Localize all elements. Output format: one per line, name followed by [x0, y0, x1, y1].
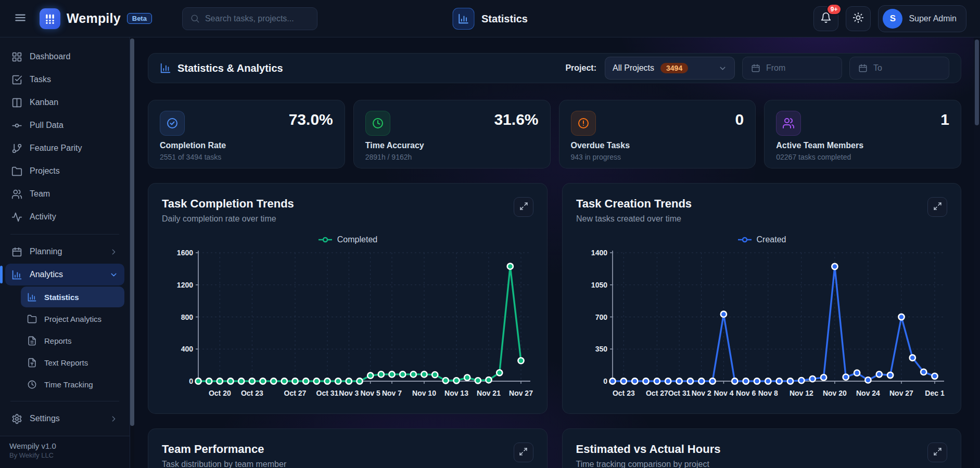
app-version: Wempily v1.0: [9, 441, 120, 450]
sidebar-item-label: Activity: [30, 212, 118, 222]
notifications-button[interactable]: 9+: [813, 6, 838, 31]
chart-svg: 035070010501400Oct 23Oct 27Oct 31Nov 2No…: [576, 246, 947, 400]
search-icon: [190, 14, 200, 23]
chart-header: Team PerformanceTask distribution by tea…: [162, 443, 533, 468]
page-scrollbar[interactable]: [974, 37, 980, 468]
expand-chart-button[interactable]: [514, 197, 533, 217]
svg-text:Nov 21: Nov 21: [477, 389, 501, 397]
expand-chart-button[interactable]: [927, 443, 947, 462]
sidebar-subitem-time-tracking[interactable]: Time Tracking: [21, 374, 124, 395]
chart-header: Task Creation TrendsNew tasks created ov…: [576, 197, 947, 224]
stat-subtext: 2891h / 9162h: [365, 153, 539, 161]
stat-label: Active Team Members: [776, 141, 949, 150]
calendar-icon: [751, 63, 760, 73]
sidebar-item-label: Feature Parity: [30, 144, 118, 153]
project-select[interactable]: All Projects 3494: [605, 57, 735, 80]
sidebar-item-dashboard[interactable]: Dashboard: [5, 46, 124, 68]
page-title: Statistics: [481, 13, 528, 25]
expand-chart-button[interactable]: [927, 197, 947, 217]
sidebar-item-team[interactable]: Team: [5, 183, 124, 205]
bottom-cards-row: Team PerformanceTask distribution by tea…: [148, 428, 961, 468]
svg-text:Nov 2: Nov 2: [692, 389, 711, 397]
toolbar-title-group: Statistics & Analytics: [160, 62, 283, 74]
app-company: By Wekify LLC: [9, 451, 120, 459]
page-scrollbar-thumb[interactable]: [975, 40, 979, 125]
date-to-placeholder: To: [873, 63, 882, 73]
svg-text:Nov 27: Nov 27: [509, 389, 533, 397]
sidebar-item-label: Planning: [30, 247, 102, 256]
statistics-toolbar: Statistics & Analytics Project: All Proj…: [148, 53, 961, 83]
calendar-icon: [11, 246, 22, 257]
sidebar-subitem-project-analytics[interactable]: Project Analytics: [21, 308, 124, 329]
sidebar-divider: [10, 234, 119, 235]
bar-chart-icon: [160, 62, 171, 74]
git-branch-icon: [11, 143, 22, 154]
sidebar-subitem-reports[interactable]: Reports: [21, 330, 124, 351]
sidebar-subitem-statistics[interactable]: Statistics: [21, 287, 124, 307]
stat-card-time-accuracy: 31.6%Time Accuracy2891h / 9162h: [353, 100, 551, 168]
stat-subtext: 2551 of 3494 tasks: [160, 153, 333, 161]
sidebar-item-analytics[interactable]: Analytics: [5, 264, 124, 285]
svg-text:Oct 27: Oct 27: [284, 389, 307, 397]
expand-chart-button[interactable]: [514, 443, 533, 462]
check-square-icon: [11, 74, 22, 85]
sidebar-scrollbar-thumb[interactable]: [130, 38, 134, 426]
maximize-icon: [519, 202, 528, 212]
sidebar-subitem-text-reports[interactable]: Text Reports: [21, 352, 124, 373]
stat-value: 1: [940, 111, 949, 128]
sidebar-item-projects[interactable]: Projects: [5, 160, 124, 182]
svg-text:Nov 3: Nov 3: [339, 389, 359, 397]
maximize-icon: [933, 447, 942, 458]
svg-text:Nov 27: Nov 27: [889, 389, 913, 397]
sidebar-item-planning[interactable]: Planning: [5, 241, 124, 263]
sidebar-scrollbar[interactable]: [130, 37, 134, 468]
svg-text:400: 400: [181, 345, 194, 353]
sidebar-item-kanban[interactable]: Kanban: [5, 92, 124, 113]
chart-subtitle: Task distribution by team member: [162, 460, 286, 468]
sun-icon: [852, 12, 864, 25]
sidebar-item-settings[interactable]: Settings: [5, 408, 124, 430]
stat-value: 73.0%: [289, 111, 333, 128]
notification-count-badge: 9+: [826, 4, 842, 15]
sidebar-subitem-label: Time Tracking: [44, 380, 118, 389]
beta-badge: Beta: [127, 13, 152, 24]
menu-toggle-button[interactable]: [12, 11, 28, 27]
chevron-down-icon: [718, 64, 727, 73]
sidebar-item-pull-data[interactable]: Pull Data: [5, 114, 124, 136]
chart-legend: Created: [576, 235, 947, 244]
charts-row: Task Completion TrendsDaily completion r…: [148, 183, 961, 414]
active-accent-bar: [0, 266, 3, 283]
chevron-right-icon: [109, 414, 118, 423]
main-content: Statistics & Analytics Project: All Proj…: [134, 37, 974, 468]
stat-label: Completion Rate: [160, 141, 333, 150]
sidebar-item-activity[interactable]: Activity: [5, 206, 124, 228]
theme-toggle-button[interactable]: [846, 6, 871, 31]
wempily-logo-icon: [40, 8, 60, 29]
stat-label: Overdue Tasks: [571, 141, 744, 150]
clock-icon: [365, 111, 390, 136]
avatar: S: [883, 9, 902, 29]
legend-marker-icon: [737, 237, 752, 243]
svg-text:1600: 1600: [177, 249, 193, 257]
sidebar-item-feature-parity[interactable]: Feature Parity: [5, 137, 124, 159]
chart-card-task-completion-trends: Task Completion TrendsDaily completion r…: [148, 183, 548, 414]
chart-title-group: Estimated vs Actual HoursTime tracking c…: [576, 443, 721, 468]
toolbar-title: Statistics & Analytics: [177, 62, 283, 74]
bar-chart-icon: [11, 269, 22, 280]
svg-text:Nov 12: Nov 12: [790, 389, 813, 397]
project-label: Project:: [565, 63, 596, 73]
kanban-icon: [11, 97, 22, 108]
folder-icon: [27, 314, 37, 324]
line-chart-plot: 035070010501400Oct 23Oct 27Oct 31Nov 2No…: [576, 246, 947, 400]
stat-value: 31.6%: [494, 111, 538, 128]
brand[interactable]: Wempily Beta: [40, 8, 152, 29]
svg-text:Oct 20: Oct 20: [209, 389, 231, 397]
date-from-field[interactable]: From: [742, 57, 842, 80]
date-to-field[interactable]: To: [849, 57, 949, 80]
chart-subtitle: New tasks created over time: [576, 214, 692, 224]
search-input[interactable]: [205, 14, 313, 23]
top-header: Wempily Beta Statistics 9+ S Super Admin: [0, 0, 980, 37]
sidebar-item-tasks[interactable]: Tasks: [5, 69, 124, 90]
user-menu[interactable]: S Super Admin: [878, 5, 966, 32]
svg-text:Nov 8: Nov 8: [758, 389, 778, 397]
